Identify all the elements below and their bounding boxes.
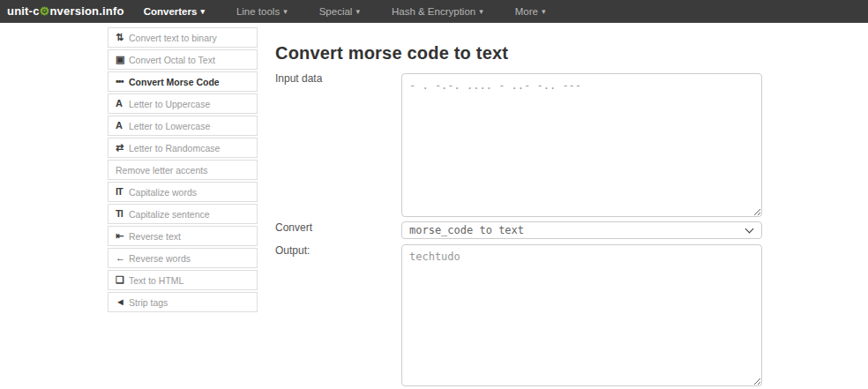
sidebar-item-label: Capitalize words [129, 187, 197, 198]
nav-item-label: Converters [144, 6, 198, 17]
chevron-down-icon: ▾ [542, 7, 546, 16]
site-logo[interactable]: unit-c⚙nversion.info [7, 4, 124, 18]
sidebar-item-label: Reverse words [129, 253, 191, 264]
left-arrow-icon: ← [116, 253, 129, 263]
sidebar-item-letter-to-randomcase[interactable]: ⇄Letter to Randomcase [108, 138, 258, 158]
output-textarea[interactable]: techtudo [401, 244, 762, 386]
logo-text-prefix: unit-c [7, 4, 40, 18]
sidebar-item-label: Convert text to binary [129, 33, 217, 43]
input-data-textarea[interactable]: - . -.-. .... - ..- -.. --- [401, 73, 762, 217]
chevron-down-icon: ▾ [283, 7, 288, 16]
sidebar-item-capitalize-sentence[interactable]: TlCapitalize sentence [108, 204, 258, 224]
sidebar-item-label: Remove letter accents [116, 165, 207, 176]
input-data-label: Input data [275, 72, 322, 85]
copy-document-icon: ❏ [116, 275, 129, 285]
convert-mode-select[interactable]: morse_code to text [401, 221, 762, 239]
sidebar-item-label: Convert Octal to Text [129, 55, 215, 65]
nav-item-label: More [515, 6, 538, 17]
nav-item-more[interactable]: More▾ [515, 6, 546, 17]
sidebar-item-letter-to-uppercase[interactable]: ALetter to Uppercase [108, 94, 258, 114]
chevron-down-icon: ▾ [479, 7, 483, 16]
capitalize-words-icon: lT [116, 187, 129, 197]
nav-menu: Converters▾ Line tools▾ Special▾ Hash & … [144, 6, 578, 17]
morse-dots-icon: ••• [116, 77, 129, 86]
convert-label: Convert [275, 221, 312, 234]
octal-badge-icon: ▣ [116, 55, 129, 64]
uppercase-letter-icon: A [116, 99, 129, 108]
shuffle-icon: ⇄ [116, 143, 129, 153]
logo-text-suffix: nversion.info [49, 4, 123, 18]
sidebar-item-letter-to-lowercase[interactable]: ALetter to Lowercase [108, 116, 258, 136]
sidebar-item-strip-tags[interactable]: ◄Strip tags [108, 292, 258, 312]
nav-item-line-tools[interactable]: Line tools▾ [236, 6, 288, 17]
sidebar-item-label: Convert Morse Code [129, 77, 220, 87]
top-navbar: unit-c⚙nversion.info Converters▾ Line to… [0, 0, 868, 23]
sidebar-item-label: Letter to Lowercase [129, 121, 210, 131]
chevron-down-icon: ▾ [355, 7, 360, 16]
nav-item-converters[interactable]: Converters▾ [144, 6, 205, 17]
output-label: Output: [275, 244, 310, 257]
sidebar-item-label: Letter to Uppercase [129, 99, 210, 109]
sidebar-item-text-to-binary[interactable]: ⇅Convert text to binary [108, 27, 258, 48]
sidebar-item-label: Reverse text [129, 231, 181, 242]
chevron-down-icon: ▾ [200, 7, 205, 16]
page-title: Convert morse code to text [275, 43, 508, 64]
sort-numeric-icon: ⇅ [116, 33, 129, 42]
sidebar-item-label: Capitalize sentence [129, 209, 210, 220]
sidebar-item-reverse-text[interactable]: ⇤Reverse text [108, 226, 258, 246]
sidebar-item-remove-letter-accents[interactable]: Remove letter accents [108, 160, 258, 180]
sidebar-item-octal-to-text[interactable]: ▣Convert Octal to Text [108, 49, 258, 70]
sidebar-item-reverse-words[interactable]: ←Reverse words [108, 248, 258, 268]
sidebar-item-label: Text to HTML [129, 275, 183, 286]
lowercase-letter-icon: A [116, 121, 129, 131]
sidebar-item-label: Letter to Randomcase [129, 143, 220, 153]
sidebar-item-morse-code[interactable]: •••Convert Morse Code [108, 71, 258, 92]
sidebar-item-text-to-html[interactable]: ❏Text to HTML [108, 270, 258, 290]
nav-item-special[interactable]: Special▾ [319, 6, 360, 17]
nav-item-hash-encryption[interactable]: Hash & Encryption▾ [392, 6, 483, 17]
tools-sidebar: ⇅Convert text to binary ▣Convert Octal t… [108, 27, 258, 314]
reverse-text-icon: ⇤ [116, 231, 129, 241]
sidebar-item-capitalize-words[interactable]: lTCapitalize words [108, 182, 258, 202]
nav-item-label: Special [319, 6, 353, 17]
capitalize-sentence-icon: Tl [116, 209, 129, 219]
tag-icon: ◄ [116, 297, 129, 307]
nav-item-label: Hash & Encryption [392, 6, 475, 17]
nav-item-label: Line tools [236, 6, 280, 17]
gear-icon: ⚙ [40, 4, 50, 18]
convert-select-wrap: morse_code to text [401, 221, 762, 239]
sidebar-item-label: Strip tags [129, 297, 168, 308]
